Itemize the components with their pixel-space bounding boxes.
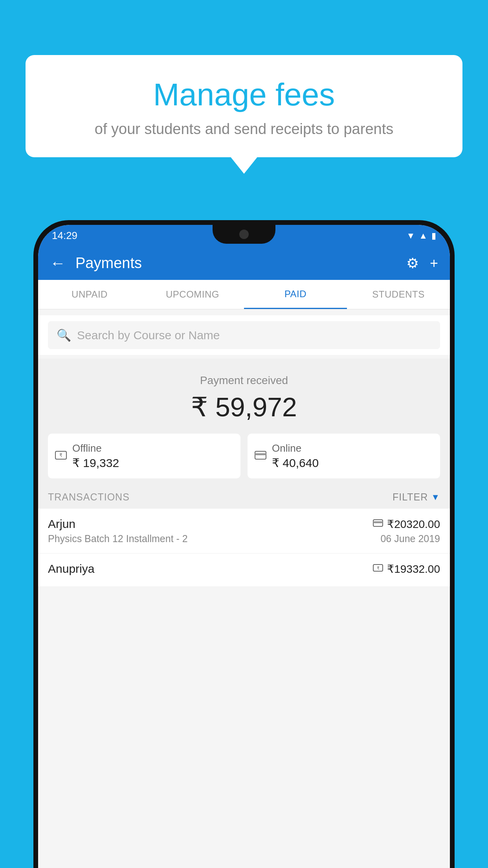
tab-students[interactable]: STUDENTS [347,280,450,309]
transaction-top: Arjun ₹20320.00 [48,517,440,531]
offline-amount: ₹ 19,332 [72,456,119,470]
transactions-label: TRANSACTIONS [48,491,130,503]
top-bar-actions: ⚙ + [406,255,438,272]
transaction-amount: ₹20320.00 [387,518,440,531]
speech-bubble: Manage fees of your students and send re… [26,55,462,157]
search-icon: 🔍 [57,328,71,342]
phone-frame: 14:29 ▼ ▲ ▮ ← Payments ⚙ + UNPAID UPCO [33,220,455,868]
svg-text:₹: ₹ [59,452,62,458]
search-bar: 🔍 Search by Course or Name [38,315,450,355]
amount-wrap: ₹20320.00 [373,518,440,531]
gear-button[interactable]: ⚙ [406,255,419,272]
online-amount: ₹ 40,640 [272,456,319,470]
tabs-bar: UNPAID UPCOMING PAID STUDENTS [38,280,450,309]
camera-dot [239,230,249,239]
payment-total-amount: ₹ 59,972 [48,392,440,423]
online-payment-card: Online ₹ 40,640 [248,434,440,478]
transaction-list: Arjun ₹20320.00 Physics [38,509,450,587]
filter-button[interactable]: FILTER ▼ [393,491,440,503]
tab-unpaid[interactable]: UNPAID [38,280,141,309]
status-time: 14:29 [52,230,77,242]
filter-icon: ▼ [431,492,440,502]
amount-wrap: ₹ ₹19332.00 [373,563,440,576]
battery-icon: ▮ [431,231,436,241]
search-placeholder: Search by Course or Name [77,329,220,342]
payment-received-label: Payment received [48,374,440,387]
plus-button[interactable]: + [430,255,438,272]
rupee-payment-icon: ₹ [373,564,383,574]
table-row[interactable]: Arjun ₹20320.00 Physics [38,509,450,554]
status-icons: ▼ ▲ ▮ [406,231,436,241]
speech-bubble-title: Manage fees [49,77,439,113]
transaction-amount: ₹19332.00 [387,563,440,576]
tab-paid[interactable]: PAID [244,280,347,309]
offline-payment-card: ₹ Offline ₹ 19,332 [48,434,240,478]
search-input-wrap[interactable]: 🔍 Search by Course or Name [48,321,440,349]
transaction-name: Anupriya [48,562,94,576]
offline-info: Offline ₹ 19,332 [72,442,119,470]
online-label: Online [272,442,319,454]
svg-text:₹: ₹ [377,566,380,570]
credit-card-icon [255,450,266,462]
signal-icon: ▲ [419,231,427,241]
svg-rect-3 [255,453,266,455]
top-bar: ← Payments ⚙ + [38,246,450,280]
notch [213,225,275,244]
payment-cards: ₹ Offline ₹ 19,332 [48,434,440,478]
page-title: Payments [75,255,406,272]
tab-upcoming[interactable]: UPCOMING [141,280,244,309]
payment-summary: Payment received ₹ 59,972 ₹ Offline ₹ 19… [38,359,450,490]
transaction-course: Physics Batch 12 Installment - 2 [48,533,188,544]
back-button[interactable]: ← [50,254,66,272]
status-bar: 14:29 ▼ ▲ ▮ [38,225,450,246]
table-row[interactable]: Anupriya ₹ ₹19332.00 [38,554,450,587]
transaction-name: Arjun [48,517,75,531]
rupee-card-icon: ₹ [55,450,67,462]
transaction-top: Anupriya ₹ ₹19332.00 [48,562,440,576]
transactions-header: TRANSACTIONS FILTER ▼ [38,484,450,510]
app-content: 14:29 ▼ ▲ ▮ ← Payments ⚙ + UNPAID UPCO [38,225,450,868]
offline-label: Offline [72,442,119,454]
wifi-icon: ▼ [406,231,415,241]
filter-label: FILTER [393,491,428,503]
online-info: Online ₹ 40,640 [272,442,319,470]
svg-rect-5 [373,521,383,523]
speech-bubble-subtitle: of your students and send receipts to pa… [49,121,439,138]
transaction-bottom: Physics Batch 12 Installment - 2 06 June… [48,533,440,544]
card-payment-icon [373,519,383,529]
phone-inner: 14:29 ▼ ▲ ▮ ← Payments ⚙ + UNPAID UPCO [38,225,450,868]
transaction-date: 06 June 2019 [380,533,440,544]
